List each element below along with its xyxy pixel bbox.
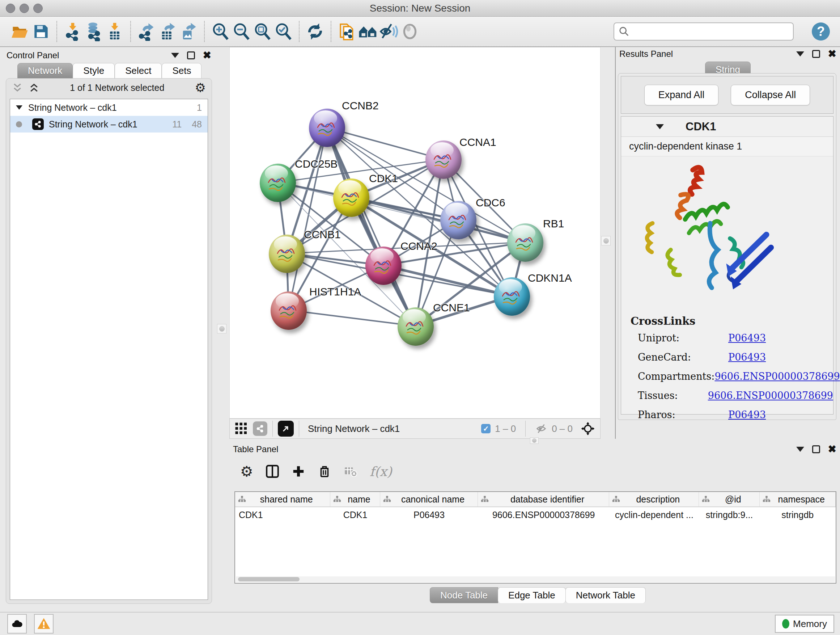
tab-network-table[interactable]: Network Table xyxy=(565,587,646,603)
column-header-description[interactable]: description xyxy=(609,492,699,507)
network-node-CDK1[interactable] xyxy=(333,179,369,217)
import-network-file-button[interactable] xyxy=(62,20,83,43)
save-session-button[interactable] xyxy=(30,20,51,43)
table-row[interactable]: CDK1CDK1P064939606.ENSP00000378699cyclin… xyxy=(235,507,836,523)
crosslink-link[interactable]: 9606.ENSP00000378699 xyxy=(708,390,833,401)
network-node-CDC6[interactable] xyxy=(440,201,477,239)
crosslink-link[interactable]: P06493 xyxy=(728,352,766,363)
show-column-panel-icon[interactable] xyxy=(265,464,279,478)
edge-CCNB2-HIST1H1A[interactable] xyxy=(289,128,327,310)
selected-checkbox-icon[interactable]: ✓ xyxy=(481,424,491,433)
export-image-button[interactable] xyxy=(178,20,199,43)
float-panel-icon[interactable] xyxy=(187,51,195,59)
table-cell[interactable]: stringdb xyxy=(760,507,836,523)
crosslink-link[interactable]: P06493 xyxy=(728,409,766,420)
right-splitter-handle[interactable] xyxy=(601,236,611,245)
table-cell[interactable]: CDK1 xyxy=(235,507,330,523)
detach-view-button[interactable] xyxy=(278,421,294,437)
network-node-HIST1H1A[interactable] xyxy=(271,291,307,330)
crosslink-link[interactable]: 9606.ENSP00000378699 xyxy=(714,371,840,382)
warnings-button[interactable] xyxy=(34,614,54,633)
network-collection-row[interactable]: String Network – cdk1 1 xyxy=(10,99,208,116)
add-column-icon[interactable] xyxy=(292,464,305,478)
panel-menu-icon[interactable] xyxy=(171,53,179,58)
network-row[interactable]: String Network – cdk1 11 48 xyxy=(10,116,208,133)
column-header-shared-name[interactable]: shared name xyxy=(235,492,330,507)
network-node-RB1[interactable] xyxy=(507,223,543,262)
column-header-canonical-name[interactable]: canonical name xyxy=(380,492,477,507)
close-panel-icon[interactable]: ✖ xyxy=(203,50,211,60)
table-cell[interactable]: P06493 xyxy=(380,507,477,523)
protein-thumbnail-icon xyxy=(500,285,524,308)
open-folder-icon xyxy=(11,22,29,41)
birds-eye-grid-icon[interactable] xyxy=(235,422,248,435)
main-toolbar: ? xyxy=(0,17,840,47)
gene-header[interactable]: CDK1 xyxy=(621,117,833,137)
edge-HIST1H1A-CCNE1[interactable] xyxy=(289,310,415,326)
network-node-CCNB1[interactable] xyxy=(269,234,305,273)
table-options-gear-icon[interactable]: ⚙ xyxy=(240,464,253,478)
cloud-status-button[interactable] xyxy=(7,614,27,633)
network-node-CCNA1[interactable] xyxy=(425,141,462,179)
tab-node-table[interactable]: Node Table xyxy=(430,587,498,603)
first-neighbors-button[interactable] xyxy=(357,20,378,43)
memory-button[interactable]: Memory xyxy=(775,615,834,633)
expand-all-icon[interactable] xyxy=(28,82,39,93)
table-cell[interactable]: stringdb:9... xyxy=(699,507,759,523)
network-node-CDC25B[interactable] xyxy=(260,164,296,202)
network-node-CCNE1[interactable] xyxy=(398,307,434,346)
zoom-in-button[interactable] xyxy=(210,20,231,43)
network-share-icon[interactable] xyxy=(253,421,267,436)
search-input[interactable] xyxy=(630,24,793,39)
column-header-database-identifier[interactable]: database identifier xyxy=(478,492,609,507)
panel-menu-icon[interactable] xyxy=(796,51,804,57)
export-table-button[interactable] xyxy=(157,20,178,43)
tab-select[interactable]: Select xyxy=(115,63,162,78)
help-button[interactable]: ? xyxy=(812,22,830,41)
table-cell[interactable]: cyclin-dependent ... xyxy=(609,507,699,523)
copy-style-button[interactable] xyxy=(336,20,357,43)
tab-network[interactable]: Network xyxy=(17,63,73,78)
column-header-name[interactable]: name xyxy=(330,492,381,507)
close-panel-icon[interactable]: ✖ xyxy=(828,444,836,454)
crosslink-link[interactable]: P06493 xyxy=(728,333,766,344)
network-node-CCNB2[interactable] xyxy=(309,109,345,147)
network-node-CCNA2[interactable] xyxy=(365,247,401,285)
zoom-out-button[interactable] xyxy=(231,20,252,43)
import-network-database-button[interactable] xyxy=(83,20,104,43)
tab-sets[interactable]: Sets xyxy=(162,63,202,78)
expand-all-button[interactable]: Expand All xyxy=(644,85,719,105)
gene-expander-icon[interactable] xyxy=(656,124,664,129)
hide-selected-button[interactable] xyxy=(378,20,399,43)
panel-menu-icon[interactable] xyxy=(796,447,804,452)
h-scrollbar-thumb[interactable] xyxy=(238,577,300,581)
open-session-button[interactable] xyxy=(9,20,30,43)
table-cell[interactable]: CDK1 xyxy=(330,507,381,523)
delete-column-trash-icon[interactable] xyxy=(317,464,332,478)
column-header--id[interactable]: @id xyxy=(699,492,759,507)
apply-layout-button[interactable] xyxy=(305,20,325,43)
protein-structure-image xyxy=(621,157,833,313)
tree-expander-icon[interactable] xyxy=(16,105,22,110)
network-node-CDKN1A[interactable] xyxy=(494,277,530,316)
collapse-all-icon[interactable] xyxy=(12,82,23,93)
crosslink-row: Pharos:P06493 xyxy=(638,409,833,420)
export-network-button[interactable] xyxy=(136,20,157,43)
column-header-namespace[interactable]: namespace xyxy=(760,492,836,507)
network-view-canvas[interactable]: CCNB2CCNA1CDC25BCDK1CDC6RB1CCNB1CCNA2CDK… xyxy=(229,47,600,418)
zoom-selected-button[interactable] xyxy=(273,20,294,43)
import-table-button[interactable] xyxy=(104,20,125,43)
left-splitter-handle[interactable] xyxy=(217,324,226,333)
table-horizontal-scrollbar[interactable] xyxy=(236,576,835,582)
network-options-gear-icon[interactable]: ⚙ xyxy=(195,81,206,94)
tab-style[interactable]: Style xyxy=(73,63,115,78)
tab-edge-table[interactable]: Edge Table xyxy=(498,587,566,603)
zoom-fit-button[interactable] xyxy=(252,20,273,43)
table-cell[interactable]: 9606.ENSP00000378699 xyxy=(478,507,609,523)
collapse-all-button[interactable]: Collapse All xyxy=(731,85,810,105)
float-panel-icon[interactable] xyxy=(812,445,820,453)
show-all-button[interactable] xyxy=(399,20,420,43)
fit-crosshair-icon[interactable] xyxy=(581,421,595,436)
close-panel-icon[interactable]: ✖ xyxy=(828,49,836,59)
float-panel-icon[interactable] xyxy=(812,50,820,58)
